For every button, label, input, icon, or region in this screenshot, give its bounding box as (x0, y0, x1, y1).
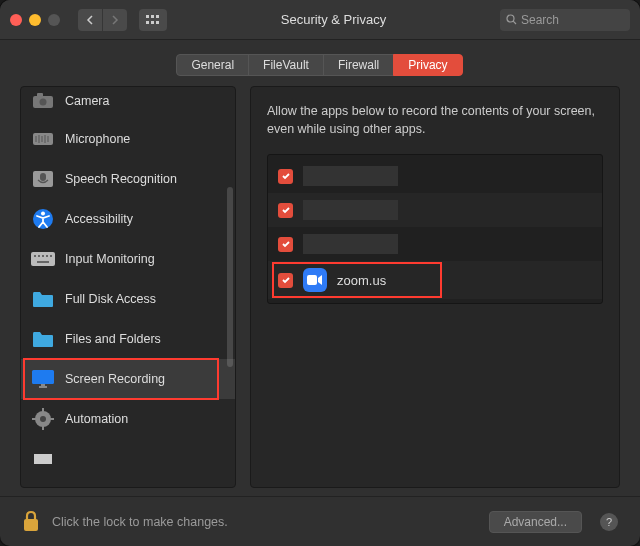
redacted-app-name (303, 234, 398, 254)
content-body: Camera Microphone Speech Recognition Acc… (0, 86, 640, 496)
svg-rect-29 (39, 386, 47, 388)
svg-rect-34 (42, 426, 44, 430)
sidebar-list[interactable]: Camera Microphone Speech Recognition Acc… (21, 87, 235, 487)
app-row[interactable] (268, 193, 602, 227)
description-text: Allow the apps below to record the conte… (267, 103, 603, 138)
svg-rect-23 (38, 255, 40, 257)
svg-point-9 (40, 99, 47, 106)
generic-icon (31, 447, 55, 471)
redacted-app-name (303, 166, 398, 186)
svg-rect-30 (41, 384, 45, 386)
app-row-zoom[interactable]: zoom.us (268, 261, 602, 299)
sidebar-item-files-folders[interactable]: Files and Folders (21, 319, 235, 359)
back-button[interactable] (78, 9, 102, 31)
sidebar-item-label: Accessibility (65, 212, 133, 226)
search-field[interactable] (500, 9, 630, 31)
lock-button[interactable] (22, 510, 42, 534)
sidebar-item-accessibility[interactable]: Accessibility (21, 199, 235, 239)
grid-icon (146, 15, 160, 25)
check-icon (281, 171, 291, 181)
titlebar: Security & Privacy (0, 0, 640, 40)
app-row[interactable] (268, 159, 602, 193)
speech-icon (31, 167, 55, 191)
window-controls (10, 14, 60, 26)
svg-rect-36 (50, 418, 54, 420)
sidebar-item-label: Input Monitoring (65, 252, 155, 266)
detail-pane: Allow the apps below to record the conte… (250, 86, 620, 488)
svg-rect-28 (32, 370, 54, 384)
scrollbar[interactable] (227, 187, 233, 367)
svg-rect-35 (32, 418, 36, 420)
minimize-window-button[interactable] (29, 14, 41, 26)
app-checkbox[interactable] (278, 273, 293, 288)
prefs-window: Security & Privacy General FileVault Fir… (0, 0, 640, 546)
svg-point-6 (507, 15, 514, 22)
sidebar-item-label: Automation (65, 412, 128, 426)
check-icon (281, 205, 291, 215)
advanced-button[interactable]: Advanced... (489, 511, 582, 533)
app-row[interactable] (268, 227, 602, 261)
privacy-sidebar: Camera Microphone Speech Recognition Acc… (20, 86, 236, 488)
svg-point-20 (41, 212, 45, 216)
svg-rect-22 (34, 255, 36, 257)
zoom-window-button[interactable] (48, 14, 60, 26)
lock-icon (22, 510, 40, 532)
search-icon (506, 14, 517, 25)
microphone-icon (31, 127, 55, 151)
gear-icon (31, 407, 55, 431)
zoom-app-icon (303, 268, 327, 292)
monitor-icon (31, 367, 55, 391)
svg-rect-26 (50, 255, 52, 257)
sidebar-item-full-disk[interactable]: Full Disk Access (21, 279, 235, 319)
svg-rect-10 (37, 93, 43, 97)
sidebar-item-speech[interactable]: Speech Recognition (21, 159, 235, 199)
keyboard-icon (31, 247, 55, 271)
footer: Click the lock to make changes. Advanced… (0, 496, 640, 546)
sidebar-item-microphone[interactable]: Microphone (21, 119, 235, 159)
svg-rect-39 (24, 519, 38, 531)
app-name-label: zoom.us (337, 273, 386, 288)
svg-line-7 (513, 21, 516, 24)
search-input[interactable] (521, 13, 624, 27)
sidebar-item-label: Files and Folders (65, 332, 161, 346)
window-title: Security & Privacy (175, 12, 492, 27)
show-all-button[interactable] (139, 9, 167, 31)
sidebar-item-label: Screen Recording (65, 372, 165, 386)
svg-point-32 (40, 416, 46, 422)
sidebar-item-screen-recording[interactable]: Screen Recording (21, 359, 235, 399)
help-button[interactable]: ? (600, 513, 618, 531)
svg-rect-24 (42, 255, 44, 257)
check-icon (281, 239, 291, 249)
app-list: zoom.us (267, 154, 603, 304)
sidebar-item-input-monitoring[interactable]: Input Monitoring (21, 239, 235, 279)
sidebar-item-camera[interactable]: Camera (21, 87, 235, 119)
tab-firewall[interactable]: Firewall (323, 54, 394, 76)
check-icon (281, 275, 291, 285)
nav-buttons (78, 9, 127, 31)
app-checkbox[interactable] (278, 237, 293, 252)
close-window-button[interactable] (10, 14, 22, 26)
tab-general[interactable]: General (176, 54, 249, 76)
app-checkbox[interactable] (278, 203, 293, 218)
svg-rect-21 (31, 252, 55, 266)
app-checkbox[interactable] (278, 169, 293, 184)
svg-rect-2 (156, 15, 159, 18)
sidebar-item-label: Speech Recognition (65, 172, 177, 186)
folder-icon (31, 287, 55, 311)
chevron-right-icon (111, 15, 119, 25)
svg-rect-5 (156, 21, 159, 24)
tab-privacy[interactable]: Privacy (393, 54, 462, 76)
svg-rect-4 (151, 21, 154, 24)
accessibility-icon (31, 207, 55, 231)
sidebar-item-partial[interactable] (21, 439, 235, 471)
sidebar-item-automation[interactable]: Automation (21, 399, 235, 439)
camera-icon (31, 89, 55, 113)
svg-rect-38 (307, 275, 317, 285)
tab-bar: General FileVault Firewall Privacy (0, 40, 640, 86)
svg-rect-25 (46, 255, 48, 257)
svg-rect-1 (151, 15, 154, 18)
tab-filevault[interactable]: FileVault (248, 54, 324, 76)
svg-rect-3 (146, 21, 149, 24)
chevron-left-icon (86, 15, 94, 25)
forward-button[interactable] (103, 9, 127, 31)
